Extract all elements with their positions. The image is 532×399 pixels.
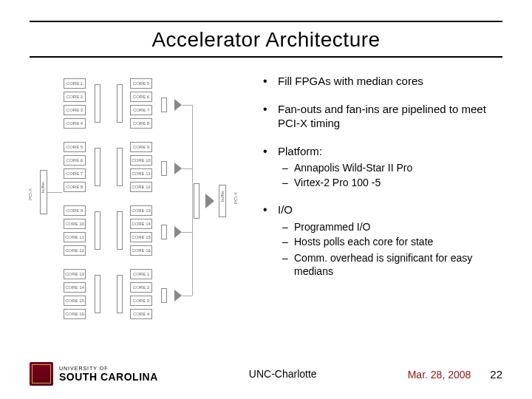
footer-date: Mar. 28, 2008 [408, 369, 471, 381]
slide-title: Accelerator Architecture [30, 22, 502, 56]
arrow-icon [205, 194, 214, 208]
core-box: CORE 7 [130, 105, 152, 115]
sub-bullet: Programmed I/O [278, 220, 502, 233]
content-row: PCI-X buffer CORE 1 CORE 2 CORE 3 CORE 4… [30, 58, 502, 325]
bullet-item: Fill FPGAs with median cores [260, 74, 502, 89]
core-box: CORE 16 [64, 309, 86, 319]
arrow-icon [174, 99, 182, 111]
bullet-item: Fan-outs and fan-ins are pipelined to me… [260, 102, 502, 131]
core-box: CORE 14 [64, 282, 86, 293]
core-box: CORE 5 [130, 78, 152, 89]
core-box: CORE 13 [64, 269, 86, 279]
bullet-item: Platform: Annapolis Wild-Star II Pro Vir… [260, 144, 502, 190]
core-box: CORE 4 [130, 309, 152, 319]
sub-bullet: Comm. overhead is significant for easy m… [278, 251, 502, 278]
bullet-text: Platform: [278, 145, 322, 157]
buffer-col [117, 275, 123, 313]
buffer-col [95, 211, 100, 250]
footer: UNIVERSITY OF SOUTH CAROLINA UNC-Charlot… [0, 362, 532, 386]
bullet-text: Fan-outs and fan-ins are pipelined to me… [278, 103, 486, 130]
core-box: CORE 4 [64, 118, 86, 129]
core-box: CORE 6 [130, 92, 152, 102]
core-box: CORE 3 [64, 105, 86, 115]
page-number: 22 [490, 368, 502, 381]
core-box: CORE 8 [64, 182, 86, 192]
core-box: CORE 5 [64, 142, 86, 152]
logo-text: UNIVERSITY OF SOUTH CAROLINA [59, 366, 158, 383]
core-box: CORE 9 [64, 205, 86, 216]
slide: Accelerator Architecture PCI-X buffer CO… [0, 0, 532, 399]
bullet-item: I/O Programmed I/O Hosts polls each core… [260, 202, 502, 278]
wire [182, 105, 192, 106]
core-box: CORE 8 [130, 118, 152, 129]
buffer-col [95, 84, 100, 123]
buffer-left-label: buffer [41, 182, 45, 193]
buffer-col [95, 148, 100, 186]
core-box: CORE 14 [130, 219, 152, 229]
buffer-out [161, 98, 167, 112]
buffer-out [161, 225, 167, 239]
core-box: CORE 2 [64, 92, 86, 102]
buffer-out [161, 161, 167, 176]
footer-right: Mar. 28, 2008 22 [408, 368, 502, 381]
buffer-col [117, 148, 123, 186]
arrow-icon [174, 226, 182, 238]
core-box: CORE 12 [130, 182, 152, 192]
wire [182, 232, 192, 233]
core-box: CORE 11 [64, 232, 86, 242]
pcix-right-label: PCI-X [233, 192, 238, 204]
logo-mark-icon [30, 362, 53, 386]
sub-bullet: Virtex-2 Pro 100 -5 [278, 176, 502, 189]
core-box: CORE 11 [130, 168, 152, 179]
core-box: CORE 13 [130, 205, 152, 216]
logo-top-line: UNIVERSITY OF [59, 366, 158, 371]
wire [182, 296, 192, 296]
core-box: CORE 15 [64, 296, 86, 306]
core-box: CORE 1 [64, 78, 86, 89]
wire [182, 168, 192, 169]
wire [192, 105, 193, 296]
bullet-list: Fill FPGAs with median cores Fan-outs an… [260, 74, 502, 325]
core-box: CORE 6 [64, 155, 86, 166]
core-box: CORE 10 [64, 219, 86, 229]
core-box: CORE 10 [130, 155, 152, 166]
pcix-left-label: PCI-X [28, 188, 33, 200]
arrow-icon [174, 290, 182, 301]
buffer-right-label: buffer [220, 191, 225, 202]
wire [47, 192, 62, 193]
bullet-text: Fill FPGAs with median cores [278, 75, 423, 87]
architecture-diagram: PCI-X buffer CORE 1 CORE 2 CORE 3 CORE 4… [30, 74, 251, 325]
logo-main-line: SOUTH CAROLINA [59, 371, 158, 383]
core-box: CORE 16 [130, 245, 152, 256]
core-box: CORE 15 [130, 232, 152, 242]
core-box: CORE 9 [130, 142, 152, 152]
buffer-col [117, 211, 123, 250]
sub-bullet: Annapolis Wild-Star II Pro [278, 161, 502, 174]
core-box: CORE 2 [130, 282, 152, 293]
footer-venue: UNC-Charlotte [249, 368, 317, 380]
core-box: CORE 12 [64, 245, 86, 256]
buffer-col [117, 84, 123, 123]
buffer-out [161, 288, 167, 303]
core-box: CORE 7 [64, 168, 86, 179]
bullet-text: I/O [278, 203, 293, 216]
sub-bullet: Hosts polls each core for state [278, 235, 502, 248]
core-box: CORE 1 [130, 269, 152, 279]
arrow-icon [174, 163, 182, 174]
university-logo: UNIVERSITY OF SOUTH CAROLINA [30, 362, 158, 386]
buffer-final [194, 183, 200, 219]
core-box: CORE 3 [130, 296, 152, 306]
buffer-col [95, 275, 100, 313]
